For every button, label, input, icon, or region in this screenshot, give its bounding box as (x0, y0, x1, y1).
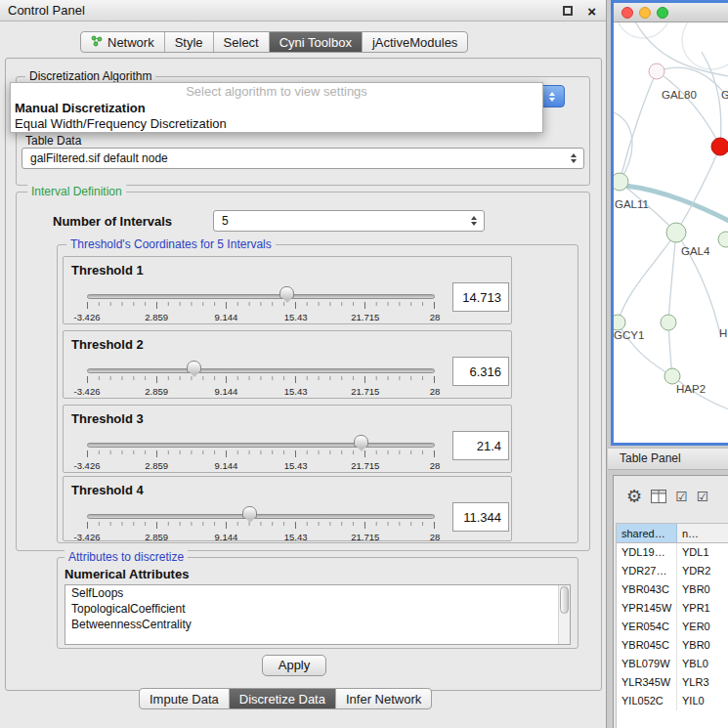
control-panel-window: Control Panel × Network Style Select Cyn… (0, 0, 607, 728)
threshold-1-panel: Threshold 1 -3.4262.8599.14415.4321.7152… (63, 256, 512, 324)
dropdown-option-manual-discretization[interactable]: Manual Discretization (11, 101, 542, 116)
table-row[interactable]: YER054CYER0 (617, 618, 728, 636)
table-cell: YBR0 (677, 580, 728, 599)
tab-impute-data[interactable]: Impute Data (140, 689, 229, 708)
algorithm-dropdown-popup: Select algorithm to view settings Manual… (10, 82, 543, 133)
network-edge (620, 71, 657, 182)
float-window-icon[interactable] (563, 6, 573, 16)
threshold-2-label: Threshold 2 (71, 337, 144, 352)
slider-thumb[interactable] (279, 286, 294, 299)
slider-track[interactable] (87, 294, 435, 299)
threshold-4-value-field[interactable]: 11.344 (452, 502, 509, 532)
table-row[interactable]: YPR145WYPR1 (617, 599, 728, 618)
table-row[interactable]: YLR345WYLR3 (617, 673, 728, 692)
slider-thumb[interactable] (187, 361, 201, 373)
threshold-3-slider[interactable]: -3.4262.8599.14415.4321.71528 (87, 435, 435, 474)
threshold-4-slider[interactable]: -3.4262.8599.14415.4321.71528 (87, 506, 435, 545)
number-of-intervals-combobox[interactable]: 5 (213, 210, 485, 232)
network-node[interactable] (661, 315, 676, 330)
scrollbar-thumb[interactable] (560, 586, 569, 614)
slider-track[interactable] (87, 514, 435, 519)
tab-cyni-toolbox[interactable]: Cyni Toolbox (269, 32, 362, 52)
select-checkbox-icon[interactable]: ☑ (697, 490, 709, 503)
tab-discretize-data[interactable]: Discretize Data (229, 689, 335, 708)
network-node[interactable] (649, 64, 664, 79)
column-header-shared-name[interactable]: shared… (617, 524, 677, 542)
tab-network[interactable]: Network (81, 32, 164, 52)
table-data-combobox[interactable]: galFiltered.sif default node (21, 148, 584, 169)
column-header-name[interactable]: n… (677, 524, 728, 542)
network-node[interactable] (664, 368, 680, 384)
network-graph[interactable]: GAL80GGAL11GAL4GCY1HHAP2 (614, 22, 728, 442)
table-cell: YBR0 (677, 636, 728, 655)
network-view-window: GAL80GGAL11GAL4GCY1HHAP2 (611, 0, 728, 446)
table-row[interactable]: YBL079WYBL0 (617, 655, 728, 673)
tab-jactivemodules[interactable]: jActiveModules (362, 32, 467, 52)
zoom-traffic-light-icon[interactable] (657, 7, 668, 19)
network-node[interactable] (711, 138, 728, 155)
tick-label: 21.715 (351, 312, 379, 322)
tab-infer-network[interactable]: Infer Network (335, 689, 431, 708)
tab-network-label: Network (107, 35, 154, 50)
apply-button[interactable]: Apply (262, 655, 326, 676)
attributes-group-title: Attributes to discretize (64, 550, 188, 564)
slider-thumb[interactable] (242, 506, 257, 519)
threshold-3-value-field[interactable]: 21.4 (452, 431, 509, 460)
slider-track[interactable] (87, 368, 435, 373)
slider-thumb[interactable] (354, 435, 368, 448)
network-edge (657, 71, 720, 147)
table-row[interactable]: YDR27…YDR2 (617, 562, 728, 580)
threshold-2-slider[interactable]: -3.4262.8599.14415.4321.71528 (87, 361, 435, 400)
control-panel-titlebar[interactable]: Control Panel × (0, 0, 606, 21)
table-cell: YBL079W (617, 655, 677, 673)
tab-style[interactable]: Style (164, 32, 213, 52)
table-row[interactable]: YIL052CYIL0 (617, 692, 728, 710)
tick-label: 28 (430, 312, 441, 322)
gear-icon[interactable]: ⚙ (626, 488, 642, 505)
slider-major-ticks (87, 302, 435, 309)
list-item[interactable]: BetweennessCentrality (65, 617, 558, 632)
slider-tick-labels: -3.4262.8599.14415.4321.71528 (87, 386, 435, 398)
threshold-1-value-field[interactable]: 14.713 (452, 282, 509, 312)
network-window-titlebar[interactable] (614, 3, 728, 22)
network-node[interactable] (718, 232, 728, 247)
list-scrollbar[interactable] (558, 585, 570, 644)
table-row[interactable]: YBR043CYBR0 (617, 580, 728, 599)
tick-label: 9.144 (215, 312, 238, 322)
network-edge (702, 52, 721, 147)
threshold-2-value-field[interactable]: 6.316 (452, 357, 509, 386)
table-cell: YDL1 (677, 543, 728, 562)
slider-track[interactable] (87, 443, 435, 448)
network-node-label: GAL80 (662, 89, 697, 101)
numerical-attributes-list[interactable]: SelfLoopsTopologicalCoefficientBetweenne… (64, 584, 571, 645)
threshold-1-slider[interactable]: -3.4262.8599.14415.4321.71528 (87, 286, 435, 325)
table-data-label: Table Data (25, 134, 81, 148)
table-body: YDL19…YDL1YDR27…YDR2YBR043CYBR0YPR145WYP… (617, 543, 728, 710)
dropdown-option-equal-width-frequency[interactable]: Equal Width/Frequency Discretization (11, 116, 542, 132)
list-item[interactable]: SelfLoops (65, 585, 558, 601)
minimize-traffic-light-icon[interactable] (639, 7, 651, 19)
select-all-checkbox-icon[interactable]: ☑ (675, 490, 688, 503)
slider-tick-labels: -3.4262.8599.14415.4321.71528 (87, 532, 435, 543)
tab-discretize-data-label: Discretize Data (239, 692, 325, 707)
combo-arrows-icon (571, 153, 577, 163)
network-node-label: GAL4 (681, 245, 710, 257)
table-row[interactable]: YBR045CYBR0 (617, 636, 728, 655)
network-edge (676, 147, 720, 233)
tab-select[interactable]: Select (213, 32, 269, 52)
network-node-label: GCY1 (614, 329, 644, 341)
table-cell: YIL052C (617, 692, 677, 710)
tick-label: 9.144 (215, 386, 238, 397)
network-node[interactable] (614, 173, 628, 191)
table-cell: YBL0 (677, 655, 728, 673)
table-row[interactable]: YDL19…YDL1 (617, 543, 728, 562)
network-node[interactable] (614, 315, 625, 330)
columns-icon[interactable] (651, 490, 666, 503)
list-item[interactable]: TopologicalCoefficient (65, 601, 558, 617)
close-traffic-light-icon[interactable] (621, 7, 633, 19)
close-icon[interactable]: × (587, 1, 596, 21)
network-node[interactable] (666, 223, 686, 242)
table-panel-header[interactable]: Table Panel (608, 448, 728, 470)
tick-label: 21.715 (351, 532, 379, 542)
table-cell: YDR2 (677, 562, 728, 580)
